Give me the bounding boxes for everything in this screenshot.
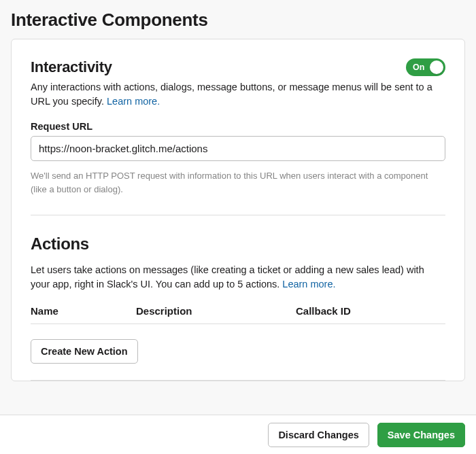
toggle-on-label: On: [413, 63, 424, 72]
interactivity-description: Any interactions with actions, dialogs, …: [31, 80, 445, 109]
section-divider: [31, 215, 445, 215]
request-url-label: Request URL: [31, 121, 445, 132]
actions-learn-more-link[interactable]: Learn more.: [282, 279, 335, 290]
settings-card: Interactivity On Any interactions with a…: [11, 39, 465, 381]
column-header-name: Name: [31, 305, 136, 317]
toggle-knob-icon: [430, 60, 443, 74]
footer-bar: Discard Changes Save Changes: [0, 415, 476, 454]
request-url-input[interactable]: [31, 136, 445, 161]
page-title: Interactive Components: [0, 0, 476, 39]
column-header-description: Description: [136, 305, 296, 317]
column-header-callback-id: Callback ID: [296, 305, 445, 317]
create-action-row: Create New Action: [31, 339, 445, 364]
request-url-hint: We'll send an HTTP POST request with inf…: [31, 169, 445, 196]
interactivity-toggle[interactable]: On: [406, 58, 445, 76]
actions-description-text: Let users take actions on messages (like…: [31, 264, 424, 290]
interactivity-description-text: Any interactions with actions, dialogs, …: [31, 82, 432, 107]
discard-changes-button[interactable]: Discard Changes: [268, 423, 369, 447]
interactivity-learn-more-link[interactable]: Learn more.: [107, 96, 160, 107]
actions-title: Actions: [31, 234, 445, 254]
interactivity-header-row: Interactivity On: [31, 58, 445, 76]
actions-description: Let users take actions on messages (like…: [31, 263, 445, 292]
create-new-action-button[interactable]: Create New Action: [31, 339, 138, 364]
actions-table-header: Name Description Callback ID: [31, 305, 445, 324]
actions-bottom-divider: [31, 380, 445, 381]
interactivity-title: Interactivity: [31, 58, 112, 76]
save-changes-button[interactable]: Save Changes: [377, 423, 465, 447]
